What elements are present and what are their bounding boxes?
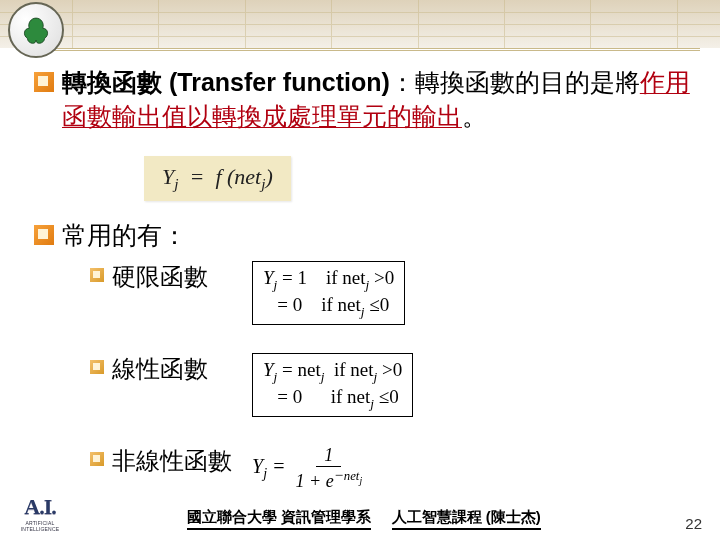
footer-left-segment: 國立聯合大學 資訊管理學系 [187, 508, 371, 530]
sub-bullet-item: 線性函數 Yj = netj if netj >0 = 0 if netj ≤0 [90, 353, 690, 417]
ai-logo: A.I. ARTIFICIAL INTELLIGENCE [14, 494, 66, 532]
bullet-icon [34, 225, 54, 245]
fraction-denominator: 1 + e−netj [292, 467, 367, 492]
bullet-text: 轉換函數 (Transfer function)：轉換函數的目的是將作用函數輸出… [62, 66, 690, 134]
university-logo [8, 2, 64, 58]
sub-bullet-icon [90, 360, 104, 374]
bullet-icon [34, 72, 54, 92]
bullet-text: 常用的有： [62, 219, 187, 253]
sub-bullet-item: 非線性函數 Yj = 1 1 + e−netj [90, 445, 690, 492]
slide-footer: A.I. ARTIFICIAL INTELLIGENCE 國立聯合大學 資訊管理… [0, 494, 720, 532]
bullet-title-bold: 轉換函數 (Transfer function) [62, 68, 390, 96]
sub-bullet-label: 非線性函數 [112, 445, 252, 477]
footer-center: 國立聯合大學 資訊管理學系 人工智慧課程 (陳士杰) [66, 508, 662, 530]
footer-right-segment: 人工智慧課程 (陳士杰) [392, 508, 541, 530]
condition-box: Yj = 1 if netj >0 = 0 if netj ≤0 [252, 261, 405, 325]
ai-logo-subtext: ARTIFICIAL INTELLIGENCE [14, 520, 66, 532]
bullet-tail: 。 [462, 102, 487, 130]
bullet-title-rest: ：轉換函數的目的是將 [390, 68, 640, 96]
header-divider [20, 48, 700, 51]
fraction-numerator: 1 [316, 445, 341, 467]
sub-bullet-label: 線性函數 [112, 353, 252, 385]
fraction-formula: Yj = 1 1 + e−netj [252, 445, 366, 492]
map-grid-decoration [0, 0, 720, 48]
main-formula: Yj = f (netj) [144, 156, 291, 201]
bullet-item: 轉換函數 (Transfer function)：轉換函數的目的是將作用函數輸出… [34, 66, 690, 134]
sub-bullet-icon [90, 452, 104, 466]
sub-bullet-icon [90, 268, 104, 282]
bullet-item: 常用的有： [34, 219, 690, 253]
sub-bullet-item: 硬限函數 Yj = 1 if netj >0 = 0 if netj ≤0 [90, 261, 690, 325]
sub-bullet-list: 硬限函數 Yj = 1 if netj >0 = 0 if netj ≤0 線性… [90, 261, 690, 492]
page-number: 22 [662, 515, 702, 532]
ai-logo-text: A.I. [14, 494, 66, 520]
slide-header-background [0, 0, 720, 48]
sub-bullet-label: 硬限函數 [112, 261, 252, 293]
condition-box: Yj = netj if netj >0 = 0 if netj ≤0 [252, 353, 413, 417]
slide-content: 轉換函數 (Transfer function)：轉換函數的目的是將作用函數輸出… [34, 66, 690, 500]
